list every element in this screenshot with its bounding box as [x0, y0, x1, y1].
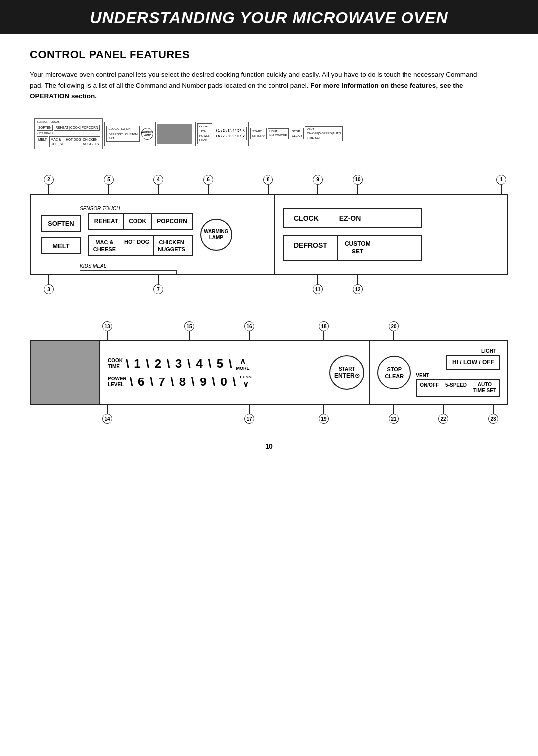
page-header: UNDERSTANDING YOUR MICROWAVE OVEN — [0, 0, 538, 34]
num-8-above: 8 — [263, 175, 273, 194]
power-level-label: POWERLEVEL — [108, 376, 127, 388]
num-1-above: 1 — [496, 175, 506, 194]
num-14-below: 14 — [102, 405, 112, 424]
light-label: LIGHT — [481, 348, 496, 354]
ezon-button[interactable]: EZ-ON — [329, 209, 371, 227]
lower-display-screen — [31, 341, 100, 404]
num-22-below: 22 — [438, 405, 448, 424]
page-title: UNDERSTANDING YOUR MICROWAVE OVEN — [20, 9, 518, 27]
numpad-row2[interactable]: \ 6 \ 7 \ 8 \ 9 \ 0 \ — [130, 375, 237, 389]
numpad-section: COOKTIME \ 1 \ 2 \ 3 \ 4 \ 5 \ ∧ MORE PO… — [100, 341, 324, 404]
lower-diagram-box: COOKTIME \ 1 \ 2 \ 3 \ 4 \ 5 \ ∧ MORE PO… — [30, 340, 508, 405]
num-20-above: 20 — [389, 321, 399, 340]
num-15-above: 15 — [184, 321, 194, 340]
num-12-below: 12 — [353, 275, 363, 294]
mac-cheese-button[interactable]: MAC &CHEESE — [89, 236, 120, 256]
num-11-below: 11 — [313, 275, 323, 294]
num-6-above: 6 — [203, 175, 213, 194]
light-vent-group: LIGHT HI / LOW / OFF VENT — [416, 348, 500, 397]
chicken-nuggets-button[interactable]: CHICKENNUGGETS — [154, 236, 189, 256]
num-5-above: 5 — [104, 175, 114, 194]
hi-low-off-button[interactable]: HI / LOW / OFF — [446, 355, 500, 370]
upper-diagram-area: 2 5 4 6 8 — [30, 166, 508, 303]
sensor-touch-bracket — [80, 213, 152, 216]
warming-lamp: WARMINGLAMP — [200, 219, 232, 251]
soften-melt-group: SOFTEN MELT — [41, 215, 81, 254]
clock-button[interactable]: CLOCK — [284, 209, 329, 227]
vent-5speed-button[interactable]: 5-SPEED — [442, 380, 470, 396]
custom-set-button[interactable]: CUSTOMSET — [338, 236, 378, 259]
page-number: 10 — [30, 442, 508, 450]
stop-light-section: STOPCLEAR LIGHT HI / LOW / OFF — [369, 341, 507, 404]
less-arrow: LESS ∨ — [240, 375, 252, 389]
mac-hotdog-chicken-group: MAC &CHEESE HOT DOG CHICKENNUGGETS — [88, 235, 193, 257]
num-17-below: 17 — [244, 405, 254, 424]
vent-auto-timeset-button[interactable]: AUTOTIME SET — [470, 380, 499, 396]
num-18-above: 18 — [319, 321, 329, 340]
numpad-row1[interactable]: \ 1 \ 2 \ 3 \ 4 \ 5 \ — [126, 357, 233, 371]
num-7-below: 7 — [153, 275, 163, 294]
upper-diagram-box: SENSOR TOUCH KIDS MEAL SOFTEN MELT — [30, 194, 508, 276]
thumb-warming-lamp: WARMINGLAMP — [141, 128, 153, 140]
num-4-above: 4 — [153, 175, 163, 194]
vent-label: VENT — [416, 373, 500, 378]
defrost-custom-group: DEFROST CUSTOMSET — [283, 235, 422, 260]
sensor-touch-label: SENSOR TOUCH — [80, 206, 120, 211]
lower-diagram-area: 13 15 16 18 20 — [30, 313, 508, 432]
clock-ezon-group: CLOCK EZ-ON — [283, 208, 422, 228]
thumbnail-diagram: SENSOR TOUCH / SOFTEN REHEAT|COOK|POPCOR… — [30, 117, 508, 151]
left-panel: SENSOR TOUCH KIDS MEAL SOFTEN MELT — [31, 195, 275, 275]
vent-onoff-button[interactable]: ON/OFF — [417, 380, 442, 396]
vent-section: VENT ON/OFF 5-SPEED AUTOTIME SET — [416, 373, 500, 397]
start-enter-button[interactable]: STARTENTER⊙ — [329, 355, 364, 390]
soften-button[interactable]: SOFTEN — [41, 215, 81, 232]
defrost-button[interactable]: DEFROST — [284, 236, 338, 259]
right-panel: CLOCK EZ-ON DEFROST CUSTOMSET — [275, 195, 430, 275]
vent-buttons: ON/OFF 5-SPEED AUTOTIME SET — [416, 379, 500, 397]
num-10-above: 10 — [353, 175, 363, 194]
melt-button[interactable]: MELT — [41, 237, 81, 254]
stop-clear-button[interactable]: STOPCLEAR — [377, 356, 411, 389]
kids-meal-bracket — [80, 270, 177, 274]
intro-text: Your microwave oven control panel lets y… — [30, 69, 478, 102]
hot-dog-button[interactable]: HOT DOG — [120, 236, 154, 256]
light-section: LIGHT HI / LOW / OFF — [416, 348, 500, 370]
num-19-below: 19 — [319, 405, 329, 424]
more-arrow: ∧ MORE — [236, 356, 249, 371]
section-title: CONTROL PANEL FEATURES — [30, 48, 508, 61]
cook-time-row: COOKTIME \ 1 \ 2 \ 3 \ 4 \ 5 \ ∧ MORE — [108, 356, 316, 371]
num-16-above: 16 — [244, 321, 254, 340]
thumb-display — [157, 124, 192, 144]
num-21-below: 21 — [389, 405, 399, 424]
kids-meal-label: KIDS MEAL — [80, 263, 106, 269]
num-23-below: 23 — [488, 405, 498, 424]
popcorn-button[interactable]: POPCORN — [152, 214, 192, 229]
num-13-above: 13 — [102, 321, 112, 340]
num-2-above: 2 — [44, 175, 54, 194]
cook-time-label: COOKTIME — [108, 358, 123, 370]
num-3-below: 3 — [44, 275, 54, 294]
power-level-row: POWERLEVEL \ 6 \ 7 \ 8 \ 9 \ 0 \ LESS ∨ — [108, 375, 316, 389]
num-9-above: 9 — [313, 175, 323, 194]
